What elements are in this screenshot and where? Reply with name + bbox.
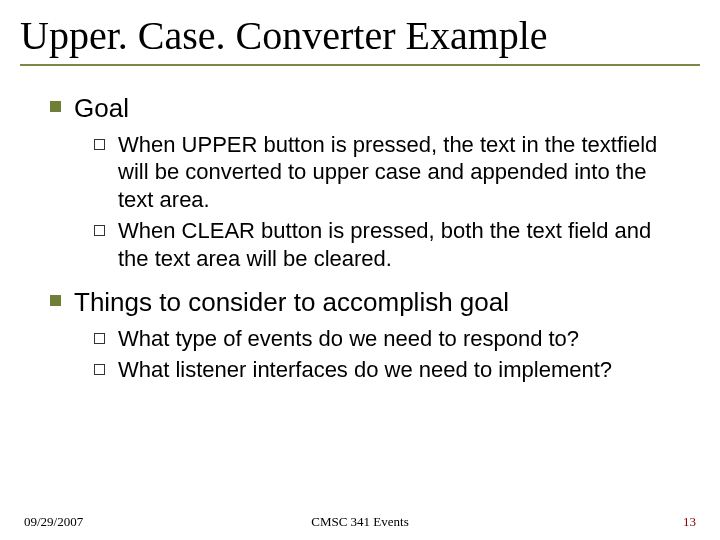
slide-title: Upper. Case. Converter Example [20, 14, 700, 58]
list-item: What type of events do we need to respon… [92, 325, 674, 353]
list-item: When CLEAR button is pressed, both the t… [92, 217, 674, 272]
list-item: When UPPER button is pressed, the text i… [92, 131, 674, 214]
footer-center: CMSC 341 Events [311, 514, 409, 530]
section-things-to-consider: Things to consider to accomplish goal Wh… [46, 286, 674, 384]
footer-date: 09/29/2007 [24, 514, 83, 530]
slide-footer: 09/29/2007 CMSC 341 Events 13 [0, 514, 720, 530]
footer-page-number: 13 [683, 514, 696, 530]
section-goal: Goal When UPPER button is pressed, the t… [46, 92, 674, 272]
slide-body: Goal When UPPER button is pressed, the t… [0, 66, 720, 384]
list-item: What listener interfaces do we need to i… [92, 356, 674, 384]
section-heading: Things to consider to accomplish goal [74, 287, 509, 317]
section-heading: Goal [74, 93, 129, 123]
